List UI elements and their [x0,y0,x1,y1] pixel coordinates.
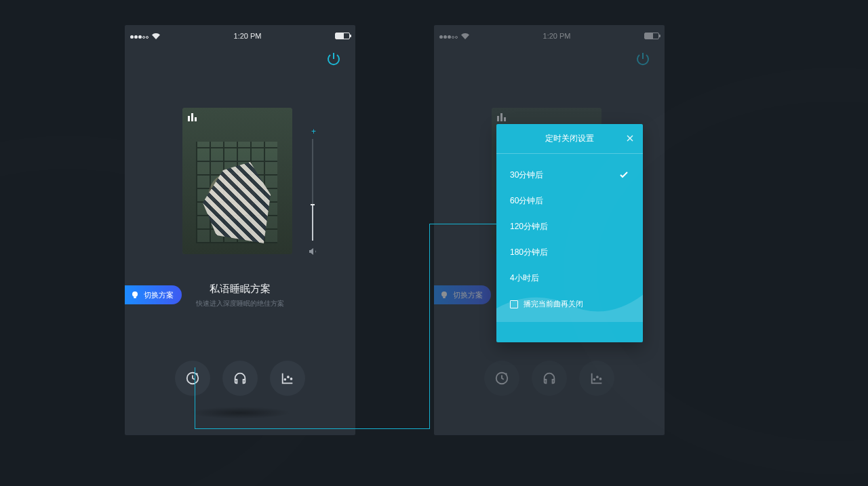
signal-dots-icon [439,32,458,40]
timer-option-180min[interactable]: 180分钟后 [510,239,629,265]
timer-option-120min[interactable]: 120分钟后 [510,214,629,239]
volume-slider[interactable] [312,139,313,241]
lightbulb-icon [439,290,449,300]
signal-dots-icon [130,32,149,40]
svg-point-3 [284,379,285,380]
status-bar: 1:20 PM [125,29,355,43]
svg-point-4 [288,376,289,378]
svg-rect-1 [134,297,136,298]
battery-icon [335,33,350,39]
album-artwork [182,108,292,254]
timer-option-4hr[interactable]: 4小时后 [510,265,629,291]
track-subtitle: 快速进入深度睡眠的绝佳方案 [125,299,355,308]
timer-option-label: 60分钟后 [510,195,543,207]
bottom-controls [434,361,665,396]
switch-plan-label: 切换方案 [453,290,483,300]
status-time: 1:20 PM [543,32,571,40]
wifi-icon [152,33,160,39]
modal-header: 定时关闭设置 [496,124,643,154]
status-time: 1:20 PM [234,32,262,40]
timer-button[interactable] [484,361,519,396]
chart-button[interactable] [270,361,305,396]
headphones-button[interactable] [222,361,258,396]
timer-option-label: 180分钟后 [510,247,548,258]
chart-button[interactable] [579,361,614,396]
track-title: 私语睡眠方案 [125,283,355,296]
equalizer-icon [188,113,197,121]
svg-rect-7 [443,297,446,298]
equalizer-icon [497,113,506,121]
timer-option-60min[interactable]: 60分钟后 [510,188,629,214]
timer-settings-modal: 定时关闭设置 30分钟后 60分钟后 120分钟后 180分钟后 4小时后 播完… [496,124,643,342]
volume-plus-icon: + [311,127,316,136]
modal-title: 定时关闭设置 [545,133,594,144]
bottom-controls [125,361,355,396]
timer-option-label: 120分钟后 [510,221,548,232]
modal-options-list: 30分钟后 60分钟后 120分钟后 180分钟后 4小时后 [496,154,643,296]
speaker-icon [308,246,319,257]
timer-option-30min[interactable]: 30分钟后 [510,162,629,188]
status-bar: 1:20 PM [434,29,665,43]
check-icon [618,169,629,180]
headphones-button[interactable] [532,361,567,396]
timer-button[interactable] [175,361,210,396]
power-button[interactable] [326,51,342,67]
modal-close-button[interactable] [625,134,635,143]
phone-screen-player: 1:20 PM + 切换方案 私语睡眠方案 快速进入深度睡眠的绝佳方案 [125,25,355,435]
svg-point-9 [593,379,595,380]
connector-line [429,224,430,429]
svg-point-10 [597,376,598,378]
modal-footer-label: 播完当前曲再关闭 [524,299,583,309]
svg-point-11 [600,378,601,380]
shadow [189,407,291,419]
battery-icon [644,33,659,39]
wifi-icon [461,33,469,39]
switch-plan-button[interactable]: 切换方案 [434,285,491,304]
timer-option-label: 4小时后 [510,272,539,284]
svg-point-6 [441,291,447,297]
checkbox-icon [510,300,518,308]
timer-option-label: 30分钟后 [510,169,543,181]
modal-footer-option[interactable]: 播完当前曲再关闭 [496,296,643,319]
power-button[interactable] [635,51,651,67]
svg-point-5 [291,378,292,380]
